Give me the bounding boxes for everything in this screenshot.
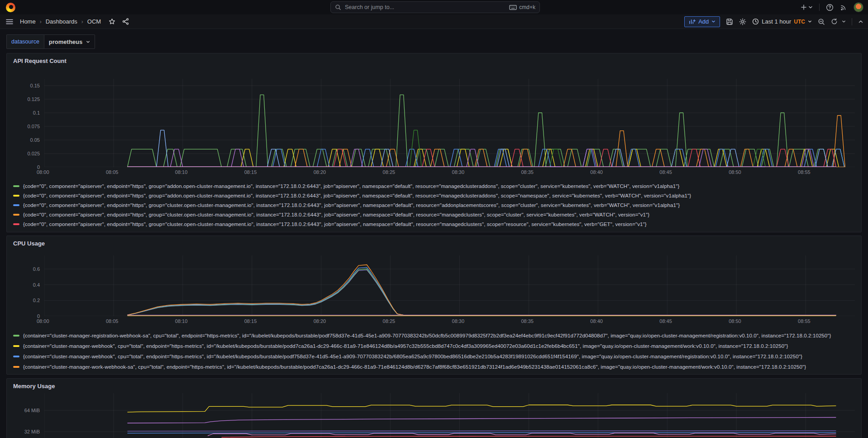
y-tick-label: 0.6	[33, 266, 40, 272]
star-icon[interactable]	[109, 18, 115, 25]
series-line-series-dark-green	[128, 130, 836, 167]
help-icon	[826, 4, 834, 11]
x-tick-label: 08:10	[175, 169, 188, 175]
breadcrumb-separator: ›	[81, 19, 83, 25]
panel-title[interactable]: API Request Count	[7, 53, 861, 66]
memory-usage-chart[interactable]: 32 MiB64 MiB 08:0008:0508:1008:1508:2008…	[7, 393, 855, 438]
y-tick-label: 0.075	[27, 124, 40, 129]
panel-title[interactable]: CPU Usage	[7, 236, 861, 249]
series-line-series-cyan	[128, 130, 836, 167]
datasource-value: prometheus	[49, 39, 82, 45]
x-tick-label: 08:30	[452, 169, 465, 175]
legend-swatch-icon	[13, 223, 19, 225]
series-line-get-managedclusters-resource	[128, 149, 836, 167]
y-axis-labels: 00.20.40.6	[7, 255, 44, 316]
legend-item[interactable]: {code="0", component="apiserver", endpoi…	[13, 181, 861, 191]
y-axis-labels: 00.0250.050.0750.10.1250.15	[7, 79, 44, 167]
y-tick-label: 0.05	[30, 137, 40, 143]
x-tick-label: 08:50	[729, 169, 741, 175]
add-button-label: Add	[698, 18, 709, 25]
breadcrumb-home[interactable]: Home	[20, 18, 36, 25]
chevron-down-icon	[842, 19, 846, 24]
breadcrumb-current: OCM	[87, 18, 101, 25]
legend-item[interactable]: {container="cluster-manager-webhook", cp…	[13, 341, 861, 351]
hamburger-menu-icon[interactable]	[5, 18, 14, 26]
dashboard-toolbar: Home › Dashboards › OCM Add Last 1 hour …	[0, 14, 868, 29]
y-axis-labels: 32 MiB64 MiB	[7, 393, 44, 438]
legend-item[interactable]: {code="0", component="apiserver", endpoi…	[13, 210, 861, 219]
datasource-select[interactable]: prometheus	[44, 34, 95, 49]
user-avatar[interactable]	[854, 2, 863, 12]
search-shortcut: cmd+k	[519, 4, 535, 10]
legend-swatch-icon	[13, 214, 19, 216]
legend-label: {container="cluster-manager-registration…	[23, 333, 831, 338]
breadcrumb-dashboards[interactable]: Dashboards	[46, 18, 77, 25]
series-line-mem-orchid-wave	[208, 433, 836, 436]
grafana-logo[interactable]	[6, 3, 15, 12]
plot-area[interactable]	[44, 393, 855, 438]
new-button[interactable]	[801, 4, 813, 10]
legend-swatch-icon	[13, 204, 19, 206]
chart-legend: {code="0", component="apiserver", endpoi…	[7, 178, 861, 230]
timezone-label: UTC	[794, 19, 805, 25]
rss-icon	[840, 4, 847, 11]
clock-icon	[752, 18, 759, 25]
search-input[interactable]: Search or jump to... cmd+k	[330, 1, 540, 13]
legend-item[interactable]: {container="cluster-manager-registration…	[13, 330, 861, 341]
legend-label: {code="0", component="apiserver", endpoi…	[23, 183, 679, 189]
x-axis-labels: 08:0008:0508:1008:1508:2008:2508:3008:35…	[44, 316, 855, 327]
x-tick-label: 08:35	[521, 318, 534, 324]
x-tick-label: 08:45	[659, 169, 672, 175]
legend-swatch-icon	[13, 185, 19, 187]
series-line-mem-slate-flat	[128, 431, 836, 431]
plot-area[interactable]	[44, 79, 855, 167]
news-button[interactable]	[840, 4, 847, 11]
plot-area[interactable]	[44, 255, 855, 316]
dashboard-variables: datasource prometheus	[6, 34, 868, 49]
dashboard-settings-button[interactable]	[739, 18, 746, 25]
x-tick-label: 08:10	[175, 318, 188, 324]
variable-label: datasource	[6, 34, 44, 49]
x-tick-label: 08:15	[244, 318, 257, 324]
x-tick-label: 08:25	[383, 318, 396, 324]
legend-label: {container="cluster-manager-webhook", cp…	[23, 343, 788, 349]
api-request-count-chart[interactable]: 00.0250.050.0750.10.1250.15 08:0008:0508…	[7, 79, 855, 178]
series-line-cpu-slate	[128, 270, 836, 315]
refresh-button[interactable]	[831, 18, 846, 25]
legend-item[interactable]: {container="cluster-manager-work-webhook…	[13, 361, 861, 372]
x-tick-label: 08:05	[106, 169, 119, 175]
cpu-usage-chart[interactable]: 00.20.40.6 08:0008:0508:1008:1508:2008:2…	[7, 255, 855, 327]
share-icon[interactable]	[122, 18, 129, 25]
time-range-label: Last 1 hour	[762, 18, 791, 25]
series-line-mem-purple	[128, 418, 836, 424]
breadcrumb-separator: ›	[40, 19, 42, 25]
zoom-out-button[interactable]	[818, 18, 825, 25]
series-line-cpu-blue	[128, 267, 836, 315]
legend-swatch-icon	[13, 366, 19, 368]
panel-title[interactable]: Memory Usage	[7, 379, 861, 391]
save-dashboard-button[interactable]	[726, 18, 733, 25]
legend-item[interactable]: {code="0", component="apiserver", endpoi…	[13, 200, 861, 210]
plus-icon	[801, 4, 807, 10]
add-button[interactable]: Add	[684, 16, 720, 27]
y-tick-label: 0.4	[33, 282, 40, 288]
series-line-cpu-green	[128, 269, 836, 316]
time-range-picker[interactable]: Last 1 hour UTC	[752, 18, 812, 25]
legend-item[interactable]: {code="0", component="apiserver", endpoi…	[13, 191, 861, 200]
chevron-up-icon	[858, 19, 863, 24]
x-tick-label: 08:30	[452, 318, 465, 324]
chart-legend: {container="cluster-manager-registration…	[7, 327, 861, 372]
legend-item[interactable]: {code="0", component="apiserver", endpoi…	[13, 219, 861, 229]
top-navbar: Search or jump to... cmd+k	[0, 0, 868, 14]
breadcrumb: Home › Dashboards › OCM	[20, 18, 129, 25]
search-icon	[335, 4, 341, 10]
zoom-out-icon	[818, 18, 825, 25]
divider	[852, 18, 852, 25]
legend-item[interactable]: {container="cluster-manager-webhook", cp…	[13, 351, 861, 361]
help-button[interactable]	[826, 4, 834, 11]
panel-api-request-count: API Request Count 00.0250.050.0750.10.12…	[6, 53, 862, 232]
collapse-toolbar-button[interactable]	[858, 19, 863, 24]
series-line-cpu-orange	[128, 265, 836, 315]
panel-memory-usage: Memory Usage 32 MiB64 MiB 08:0008:0508:1…	[6, 378, 862, 438]
panel-cpu-usage: CPU Usage 00.20.40.6 08:0008:0508:1008:1…	[6, 236, 862, 375]
